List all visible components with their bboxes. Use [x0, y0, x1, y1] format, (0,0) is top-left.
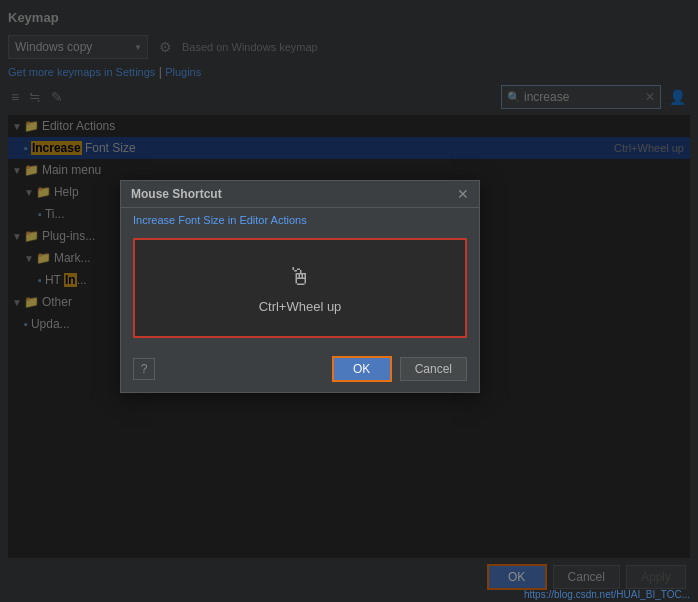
watermark: https://blog.csdn.net/HUAI_BI_TOC...	[524, 589, 690, 600]
dialog-cancel-button[interactable]: Cancel	[400, 357, 467, 381]
dialog-ok-button[interactable]: OK	[332, 356, 392, 382]
dialog-overlay: Mouse Shortcut ✕ Increase Font Size in E…	[0, 0, 698, 602]
dialog-subtitle-in: in Editor Actions	[228, 214, 307, 226]
dialog-close-button[interactable]: ✕	[457, 187, 469, 201]
mouse-shortcut-dialog: Mouse Shortcut ✕ Increase Font Size in E…	[120, 180, 480, 393]
dialog-subtitle-action: Increase Font Size	[133, 214, 225, 226]
dialog-help-button[interactable]: ?	[133, 358, 155, 380]
dialog-subtitle: Increase Font Size in Editor Actions	[121, 208, 479, 230]
dialog-footer: ? OK Cancel	[121, 346, 479, 392]
mouse-icon: 🖱	[288, 263, 312, 291]
dialog-content: 🖱 Ctrl+Wheel up	[133, 238, 467, 338]
dialog-title: Mouse Shortcut	[131, 187, 222, 201]
dialog-title-bar: Mouse Shortcut ✕	[121, 181, 479, 208]
shortcut-display: Ctrl+Wheel up	[259, 299, 342, 314]
